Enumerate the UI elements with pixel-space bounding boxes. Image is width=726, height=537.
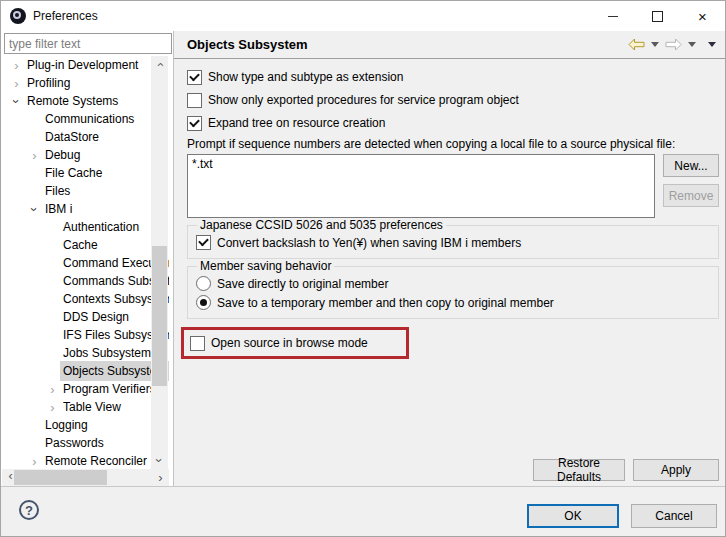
option-expand-tree[interactable]: Expand tree on resource creation	[187, 113, 719, 133]
option-label: Convert backslash to Yen(¥) when saving …	[217, 236, 521, 250]
panel-header: Objects Subsystem	[174, 31, 726, 59]
tree-item-remote-systems[interactable]: ›Remote Systems	[3, 92, 169, 110]
ok-button[interactable]: OK	[527, 504, 619, 528]
tree-item-label: DDS Design	[60, 307, 132, 327]
forward-arrow-icon[interactable]	[665, 38, 682, 51]
prompt-label: Prompt if sequence numbers are detected …	[187, 137, 719, 151]
option-show-only-exported[interactable]: Show only exported procedures for servic…	[187, 90, 719, 110]
tree-item-label: Cache	[60, 235, 101, 255]
tree-item-file-cache[interactable]: File Cache	[3, 164, 169, 182]
member-saving-group: Member saving behavior Save directly to …	[187, 259, 719, 319]
tree-item-profiling[interactable]: ›Profiling	[3, 74, 169, 92]
vertical-scrollbar-thumb[interactable]	[152, 246, 167, 386]
tree-item-communications[interactable]: Communications	[3, 110, 169, 128]
tree-item-datastore[interactable]: DataStore	[3, 128, 169, 146]
close-icon: ×	[698, 9, 707, 24]
horizontal-scrollbar[interactable]: › ›	[2, 469, 169, 486]
tree-item-label: Profiling	[24, 73, 73, 93]
close-button[interactable]: ×	[680, 2, 725, 31]
chevron-right-icon[interactable]: ›	[45, 400, 60, 415]
header-nav	[628, 38, 716, 51]
filter-input[interactable]	[4, 33, 172, 54]
tree-item-cache[interactable]: Cache	[3, 236, 169, 254]
cancel-button[interactable]: Cancel	[631, 504, 717, 528]
chevron-right-icon[interactable]: ›	[27, 148, 42, 163]
tree-item-program-verifiers[interactable]: ›Program Verifiers	[3, 380, 169, 398]
window-title: Preferences	[33, 9, 590, 23]
list-item[interactable]: *.txt	[188, 155, 654, 173]
chevron-right-icon[interactable]: ›	[9, 76, 24, 91]
footer-bar: ? OK Cancel	[1, 486, 725, 536]
checkbox[interactable]	[190, 336, 205, 351]
tree-item-files[interactable]: Files	[3, 182, 169, 200]
tree-item-authentication[interactable]: Authentication	[3, 218, 169, 236]
chevron-right-icon[interactable]: ›	[45, 382, 60, 397]
tree-item-objects-subsystem[interactable]: Objects Subsystem	[3, 362, 169, 380]
maximize-button[interactable]	[635, 2, 680, 31]
radio-button[interactable]	[196, 295, 211, 310]
chevron-down-icon[interactable]: ›	[9, 94, 24, 109]
option-label: Expand tree on resource creation	[208, 116, 385, 130]
preferences-tree: ›Plug-in Development›Profiling›Remote Sy…	[3, 56, 169, 469]
chevron-right-icon[interactable]: ›	[9, 58, 24, 73]
tree-item-contexts-subsystem[interactable]: Contexts Subsystem	[3, 290, 169, 308]
chevron-down-icon[interactable]: ›	[27, 202, 42, 217]
tree-item-label: DataStore	[42, 127, 102, 147]
panel-content: Show type and subtype as extension Show …	[174, 59, 726, 487]
radio-save-directly[interactable]: Save directly to original member	[196, 274, 710, 293]
pattern-list[interactable]: *.txt	[187, 154, 655, 218]
checkbox[interactable]	[187, 116, 202, 131]
checkbox[interactable]	[187, 93, 202, 108]
vertical-scrollbar[interactable]: › ›	[151, 56, 168, 469]
ccsid-group: Japanese CCSID 5026 and 5035 preferences…	[187, 218, 719, 259]
tree-item-label: Files	[42, 181, 73, 201]
forward-history-dropdown-icon[interactable]	[688, 42, 696, 47]
option-convert-backslash[interactable]: Convert backslash to Yen(¥) when saving …	[196, 233, 710, 252]
tree-item-command-execution[interactable]: Command Execution	[3, 254, 169, 272]
restore-defaults-button[interactable]: Restore Defaults	[533, 459, 625, 481]
scroll-right-icon[interactable]: ›	[152, 469, 169, 486]
tree-item-ibm-i[interactable]: ›IBM i	[3, 200, 169, 218]
option-show-type-subtype[interactable]: Show type and subtype as extension	[187, 67, 719, 87]
tree-item-debug[interactable]: ›Debug	[3, 146, 169, 164]
tree-item-remote-reconciler[interactable]: ›Remote Reconciler	[3, 452, 169, 469]
checkbox[interactable]	[196, 235, 211, 250]
apply-button[interactable]: Apply	[633, 459, 719, 481]
tree-item-label: IBM i	[42, 199, 75, 219]
preferences-dialog: Preferences × ›Plug-in Development›Profi…	[0, 0, 726, 537]
option-open-browse-mode[interactable]: Open source in browse mode	[190, 334, 368, 352]
tree-item-dds-design[interactable]: DDS Design	[3, 308, 169, 326]
tree-item-plug-in-development[interactable]: ›Plug-in Development	[3, 56, 169, 74]
view-menu-icon[interactable]	[708, 42, 716, 47]
tree-item-label: Authentication	[60, 217, 142, 237]
option-label: Show only exported procedures for servic…	[208, 93, 519, 107]
back-arrow-icon[interactable]	[628, 38, 645, 51]
option-label: Show type and subtype as extension	[208, 70, 403, 84]
tree-item-label: File Cache	[42, 163, 105, 183]
back-history-dropdown-icon[interactable]	[651, 42, 659, 47]
preferences-app-icon	[10, 8, 26, 24]
horizontal-scrollbar-thumb[interactable]	[14, 470, 107, 485]
minimize-button[interactable]	[590, 2, 635, 31]
tree-item-label: Communications	[42, 109, 137, 129]
new-button[interactable]: New...	[663, 154, 719, 177]
tree-item-label: Remote Reconciler	[42, 451, 150, 469]
scroll-down-icon[interactable]: ›	[151, 452, 168, 469]
scroll-up-icon[interactable]: ›	[151, 56, 168, 73]
tree-item-logging[interactable]: Logging	[3, 416, 169, 434]
maximize-icon	[652, 11, 663, 22]
title-bar: Preferences ×	[1, 1, 725, 31]
tree-item-ifs-files-subsystem[interactable]: IFS Files Subsystem	[3, 326, 169, 344]
tree-item-commands-subsystem[interactable]: Commands Subsystem	[3, 272, 169, 290]
tree-item-label: Jobs Subsystem	[60, 343, 154, 363]
radio-save-temporary[interactable]: Save to a temporary member and then copy…	[196, 293, 710, 312]
help-icon[interactable]: ?	[19, 500, 39, 520]
chevron-right-icon[interactable]: ›	[27, 454, 42, 469]
radio-button[interactable]	[196, 276, 211, 291]
member-group-title: Member saving behavior	[197, 259, 334, 273]
checkbox[interactable]	[187, 70, 202, 85]
tree-item-label: Debug	[42, 145, 83, 165]
tree-item-passwords[interactable]: Passwords	[3, 434, 169, 452]
tree-item-jobs-subsystem[interactable]: Jobs Subsystem	[3, 344, 169, 362]
tree-item-table-view[interactable]: ›Table View	[3, 398, 169, 416]
